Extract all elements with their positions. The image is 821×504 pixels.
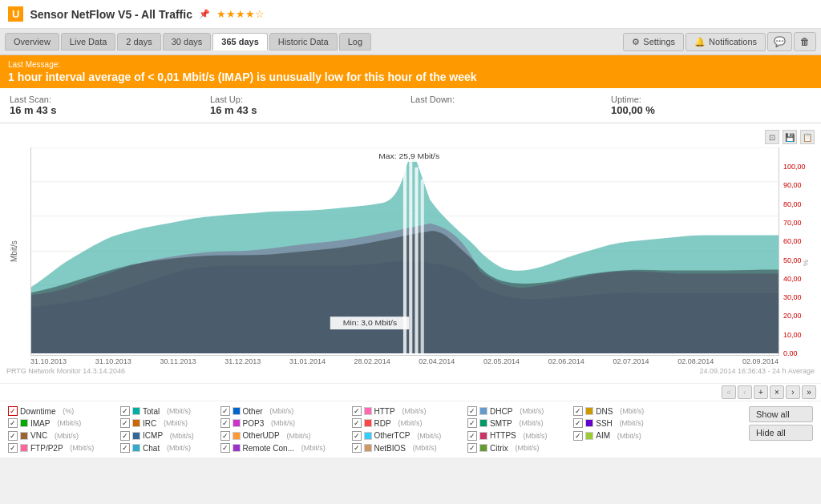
chart-svg: Max: 25,9 Mbit/s Min: 3,0 Mbit/s 0 5 10 … [31,147,779,355]
legend-rdp: RDP (Mbit/s) [352,418,467,428]
legend-actions: Show all Hide all [749,406,813,441]
svg-text:20,00: 20,00 [783,312,802,320]
svg-rect-11 [403,163,406,353]
tab-livedata[interactable]: Live Data [61,33,115,50]
legend-dns-cb[interactable] [573,406,583,416]
page-last-btn[interactable]: » [802,385,816,399]
svg-text:80,00: 80,00 [783,200,802,208]
x-label-1: 31.10.2013 [95,357,131,365]
legend-irc: IRC (Mbit/s) [120,418,218,428]
legend-other: Other (Mbit/s) [220,406,350,416]
legend-remotecon-color [233,444,241,452]
legend-rdp-cb[interactable] [352,418,362,428]
stats-row: Last Scan: 16 m 43 s Last Up: 16 m 43 s … [0,88,821,123]
svg-text:40,00: 40,00 [783,275,802,283]
tab-overview[interactable]: Overview [5,33,59,50]
legend-netbios-color [364,444,372,452]
legend-otherudp-color [233,432,241,440]
legend-aim-name: AIM [596,431,610,440]
legend-http-name: HTTP [374,407,395,416]
legend-otherudp-cb[interactable] [220,431,230,441]
legend-smtp: SMTP (Mbit/s) [467,418,572,428]
legend-citrix-cb[interactable] [467,443,477,453]
legend-othertcp-cb[interactable] [352,431,362,441]
chart-download-btn[interactable]: 💾 [783,130,797,144]
legend-chat-cb[interactable] [120,443,130,453]
stat-lastscan-value: 16 m 43 s [10,104,210,116]
legend-othertcp-name: OtherTCP [374,431,410,440]
legend-https-name: HTTPS [490,431,516,440]
legend-total: Total (Mbit/s) [120,406,218,416]
tab-log[interactable]: Log [339,33,371,50]
legend-dhcp-cb[interactable] [467,406,477,416]
legend-remotecon-cb[interactable] [220,443,230,453]
page-first-btn[interactable]: « [722,385,736,399]
logo: U [8,6,23,22]
stat-uptime-value: 100,00 % [611,104,811,116]
tab-365days[interactable]: 365 days [212,33,267,50]
legend-https-cb[interactable] [467,431,477,441]
delete-button[interactable]: 🗑 [794,32,816,51]
legend-icmp-cb[interactable] [120,431,130,441]
settings-icon: ⚙ [632,37,640,47]
nav-bar: Overview Live Data 2 days 30 days 365 da… [0,29,821,55]
legend-downtime-cb[interactable] [8,406,18,416]
page-next-btn[interactable]: › [786,385,800,399]
stat-lastscan-label: Last Scan: [10,95,210,104]
chart-expand-btn[interactable]: ⊡ [765,130,779,144]
legend-irc-cb[interactable] [120,418,130,428]
legend-ftp-color [20,444,28,452]
notifications-button[interactable]: 🔔 Notifications [686,33,766,51]
legend-pop3-color [233,419,241,427]
legend-ftp-cb[interactable] [8,443,18,453]
alert-label: Last Message: [8,60,813,69]
tab-historicdata[interactable]: Historic Data [269,33,338,50]
chart-y-label: Mbit/s [6,147,30,356]
x-label-2: 30.11.2013 [160,357,196,365]
legend-http-cb[interactable] [352,406,362,416]
legend-smtp-cb[interactable] [467,418,477,428]
stat-uptime-label: Uptime: [611,95,811,104]
svg-text:60,00: 60,00 [783,237,802,245]
settings-button[interactable]: ⚙ Settings [623,33,684,51]
x-label-7: 02.05.2014 [483,357,520,365]
legend-othertcp-color [364,432,372,440]
legend-netbios: NetBIOS (Mbit/s) [352,443,467,453]
legend-other-cb[interactable] [220,406,230,416]
tab-2days[interactable]: 2 days [117,33,160,50]
legend-total-name: Total [143,407,160,416]
legend-smtp-name: SMTP [490,419,512,428]
legend-netbios-cb[interactable] [352,443,362,453]
chart-copy-btn[interactable]: 📋 [800,130,815,144]
page-close-btn[interactable]: × [770,385,784,399]
chart-footer-right: 24.09.2014 16:36:43 - 24 h Average [700,367,815,375]
legend-othertcp: OtherTCP (Mbit/s) [352,431,467,441]
legend-netbios-name: NetBIOS [374,444,406,453]
legend-ssh-cb[interactable] [573,418,583,428]
legend-aim-cb[interactable] [573,431,583,441]
legend-vnc-cb[interactable] [8,431,18,441]
svg-text:0,00: 0,00 [783,349,798,356]
hide-all-button[interactable]: Hide all [749,425,813,441]
tab-30days[interactable]: 30 days [163,33,212,50]
legend-http-color [364,407,372,415]
legend-smtp-color [479,419,487,427]
page-prev-btn[interactable]: ‹ [738,385,752,399]
legend-https-color [479,432,487,440]
page-add-btn[interactable]: + [754,385,768,399]
svg-text:100,00: 100,00 [783,163,806,171]
legend-downtime-unit: (%) [63,407,74,415]
legend-total-cb[interactable] [120,406,130,416]
legend-pop3-cb[interactable] [220,418,230,428]
show-all-button[interactable]: Show all [749,406,813,422]
legend-other-color [233,407,241,415]
chart-footer: PRTG Network Monitor 14.3.14.2046 24.09.… [6,365,815,377]
chat-icon: 💬 [774,36,786,47]
legend-chat: Chat (Mbit/s) [120,443,218,453]
legend-dns: DNS (Mbit/s) [573,406,669,416]
chat-icon-btn[interactable]: 💬 [767,32,792,51]
legend-imap-cb[interactable] [8,418,18,428]
legend-vnc-name: VNC [30,431,47,440]
stat-lastscan: Last Scan: 16 m 43 s [10,95,210,116]
svg-text:Min: 3,0 Mbit/s: Min: 3,0 Mbit/s [343,318,397,327]
